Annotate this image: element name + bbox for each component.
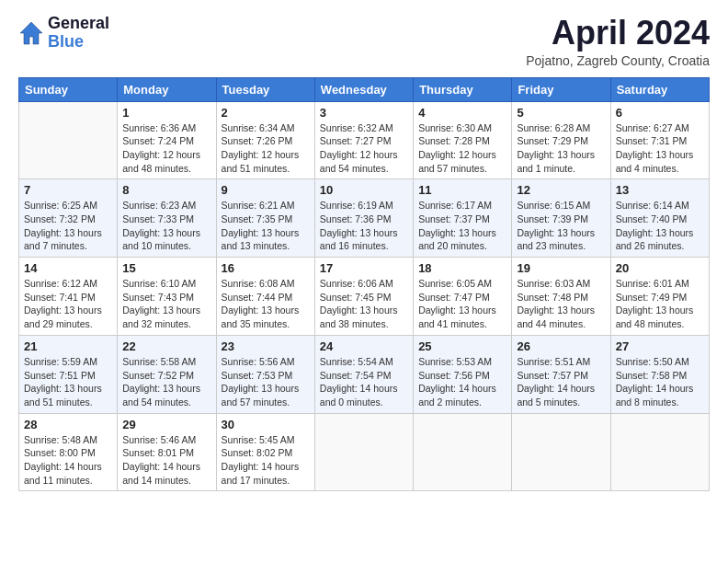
day-number: 29 [122, 418, 210, 431]
logo-text: General Blue [48, 15, 109, 52]
day-number: 19 [517, 261, 605, 275]
table-row: 15Sunrise: 6:10 AM Sunset: 7:43 PM Dayli… [118, 258, 216, 336]
table-row: 14Sunrise: 6:12 AM Sunset: 7:41 PM Dayli… [19, 258, 118, 336]
table-row: 10Sunrise: 6:19 AM Sunset: 7:36 PM Dayli… [314, 179, 413, 258]
day-info: Sunrise: 6:23 AM Sunset: 7:33 PM Dayligh… [122, 199, 210, 253]
day-info: Sunrise: 6:01 AM Sunset: 7:49 PM Dayligh… [616, 277, 704, 331]
header: General Blue April 2024 Pojatno, Zagreb … [18, 15, 710, 68]
day-number: 17 [320, 261, 408, 275]
day-number: 24 [320, 339, 408, 353]
table-row: 12Sunrise: 6:15 AM Sunset: 7:39 PM Dayli… [512, 179, 610, 258]
table-row: 18Sunrise: 6:05 AM Sunset: 7:47 PM Dayli… [414, 258, 512, 336]
day-number: 20 [616, 261, 704, 275]
day-info: Sunrise: 6:34 AM Sunset: 7:26 PM Dayligh… [222, 121, 310, 176]
table-row: 9Sunrise: 6:21 AM Sunset: 7:35 PM Daylig… [216, 179, 314, 258]
day-number: 15 [122, 261, 210, 275]
day-number: 3 [320, 106, 408, 120]
day-info: Sunrise: 5:53 AM Sunset: 7:56 PM Dayligh… [418, 355, 506, 409]
day-number: 26 [517, 339, 605, 353]
calendar-week-row: 14Sunrise: 6:12 AM Sunset: 7:41 PM Dayli… [19, 258, 710, 336]
weekday-monday: Monday [118, 77, 216, 101]
weekday-sunday: Sunday [19, 77, 118, 101]
weekday-friday: Friday [512, 77, 610, 101]
weekday-wednesday: Wednesday [314, 77, 413, 101]
logo-icon [18, 20, 44, 46]
day-info: Sunrise: 6:05 AM Sunset: 7:47 PM Dayligh… [418, 277, 506, 331]
calendar-week-row: 28Sunrise: 5:48 AM Sunset: 8:00 PM Dayli… [19, 413, 710, 491]
weekday-tuesday: Tuesday [216, 77, 314, 101]
day-info: Sunrise: 5:51 AM Sunset: 7:57 PM Dayligh… [517, 355, 605, 409]
table-row: 27Sunrise: 5:50 AM Sunset: 7:58 PM Dayli… [610, 335, 709, 413]
day-number: 27 [616, 339, 704, 353]
table-row [512, 413, 610, 491]
day-info: Sunrise: 6:17 AM Sunset: 7:37 PM Dayligh… [418, 199, 506, 253]
table-row: 29Sunrise: 5:46 AM Sunset: 8:01 PM Dayli… [118, 413, 216, 491]
day-info: Sunrise: 5:46 AM Sunset: 8:01 PM Dayligh… [122, 433, 210, 488]
day-number: 28 [24, 418, 112, 431]
day-info: Sunrise: 6:10 AM Sunset: 7:43 PM Dayligh… [122, 277, 210, 331]
table-row: 20Sunrise: 6:01 AM Sunset: 7:49 PM Dayli… [610, 258, 709, 336]
day-number: 13 [616, 183, 704, 197]
day-number: 16 [222, 261, 310, 275]
day-info: Sunrise: 6:14 AM Sunset: 7:40 PM Dayligh… [616, 199, 704, 253]
table-row: 4Sunrise: 6:30 AM Sunset: 7:28 PM Daylig… [414, 101, 512, 179]
table-row: 1Sunrise: 6:36 AM Sunset: 7:24 PM Daylig… [118, 101, 216, 179]
day-info: Sunrise: 6:12 AM Sunset: 7:41 PM Dayligh… [24, 277, 112, 331]
day-info: Sunrise: 6:28 AM Sunset: 7:29 PM Dayligh… [517, 121, 605, 176]
table-row [19, 101, 118, 179]
logo-general-label: General [48, 15, 109, 33]
table-row [414, 413, 512, 491]
day-number: 18 [418, 261, 506, 275]
day-number: 8 [122, 183, 210, 197]
day-number: 11 [418, 183, 506, 197]
location-subtitle: Pojatno, Zagreb County, Croatia [526, 53, 710, 68]
day-info: Sunrise: 5:59 AM Sunset: 7:51 PM Dayligh… [24, 355, 112, 409]
table-row: 13Sunrise: 6:14 AM Sunset: 7:40 PM Dayli… [610, 179, 709, 258]
table-row: 3Sunrise: 6:32 AM Sunset: 7:27 PM Daylig… [314, 101, 413, 179]
day-number: 21 [24, 339, 112, 353]
weekday-saturday: Saturday [610, 77, 709, 101]
table-row: 8Sunrise: 6:23 AM Sunset: 7:33 PM Daylig… [118, 179, 216, 258]
day-info: Sunrise: 6:03 AM Sunset: 7:48 PM Dayligh… [517, 277, 605, 331]
day-info: Sunrise: 6:21 AM Sunset: 7:35 PM Dayligh… [222, 199, 310, 253]
table-row: 11Sunrise: 6:17 AM Sunset: 7:37 PM Dayli… [414, 179, 512, 258]
table-row [610, 413, 709, 491]
day-info: Sunrise: 6:15 AM Sunset: 7:39 PM Dayligh… [517, 199, 605, 253]
weekday-thursday: Thursday [414, 77, 512, 101]
day-info: Sunrise: 5:48 AM Sunset: 8:00 PM Dayligh… [24, 433, 112, 488]
day-number: 2 [222, 106, 310, 120]
table-row: 28Sunrise: 5:48 AM Sunset: 8:00 PM Dayli… [19, 413, 118, 491]
table-row: 22Sunrise: 5:58 AM Sunset: 7:52 PM Dayli… [118, 335, 216, 413]
table-row: 24Sunrise: 5:54 AM Sunset: 7:54 PM Dayli… [314, 335, 413, 413]
table-row: 7Sunrise: 6:25 AM Sunset: 7:32 PM Daylig… [19, 179, 118, 258]
day-info: Sunrise: 5:58 AM Sunset: 7:52 PM Dayligh… [122, 355, 210, 409]
day-number: 1 [122, 106, 210, 120]
day-number: 7 [24, 183, 112, 197]
month-title: April 2024 [526, 15, 710, 52]
table-row [314, 413, 413, 491]
day-info: Sunrise: 6:32 AM Sunset: 7:27 PM Dayligh… [320, 121, 408, 176]
table-row: 6Sunrise: 6:27 AM Sunset: 7:31 PM Daylig… [610, 101, 709, 179]
day-info: Sunrise: 6:30 AM Sunset: 7:28 PM Dayligh… [418, 121, 506, 176]
day-info: Sunrise: 5:54 AM Sunset: 7:54 PM Dayligh… [320, 355, 408, 409]
table-row: 21Sunrise: 5:59 AM Sunset: 7:51 PM Dayli… [19, 335, 118, 413]
page: General Blue April 2024 Pojatno, Zagreb … [0, 0, 728, 563]
day-info: Sunrise: 6:06 AM Sunset: 7:45 PM Dayligh… [320, 277, 408, 331]
day-number: 10 [320, 183, 408, 197]
day-info: Sunrise: 6:08 AM Sunset: 7:44 PM Dayligh… [222, 277, 310, 331]
day-number: 22 [122, 339, 210, 353]
day-number: 30 [222, 418, 310, 431]
table-row: 5Sunrise: 6:28 AM Sunset: 7:29 PM Daylig… [512, 101, 610, 179]
table-row: 23Sunrise: 5:56 AM Sunset: 7:53 PM Dayli… [216, 335, 314, 413]
calendar-week-row: 1Sunrise: 6:36 AM Sunset: 7:24 PM Daylig… [19, 101, 710, 179]
calendar-table: Sunday Monday Tuesday Wednesday Thursday… [18, 77, 710, 492]
day-number: 12 [517, 183, 605, 197]
day-info: Sunrise: 6:19 AM Sunset: 7:36 PM Dayligh… [320, 199, 408, 253]
day-info: Sunrise: 6:25 AM Sunset: 7:32 PM Dayligh… [24, 199, 112, 253]
table-row: 19Sunrise: 6:03 AM Sunset: 7:48 PM Dayli… [512, 258, 610, 336]
table-row: 25Sunrise: 5:53 AM Sunset: 7:56 PM Dayli… [414, 335, 512, 413]
day-info: Sunrise: 5:45 AM Sunset: 8:02 PM Dayligh… [222, 433, 310, 488]
day-number: 25 [418, 339, 506, 353]
calendar-week-row: 21Sunrise: 5:59 AM Sunset: 7:51 PM Dayli… [19, 335, 710, 413]
calendar-week-row: 7Sunrise: 6:25 AM Sunset: 7:32 PM Daylig… [19, 179, 710, 258]
